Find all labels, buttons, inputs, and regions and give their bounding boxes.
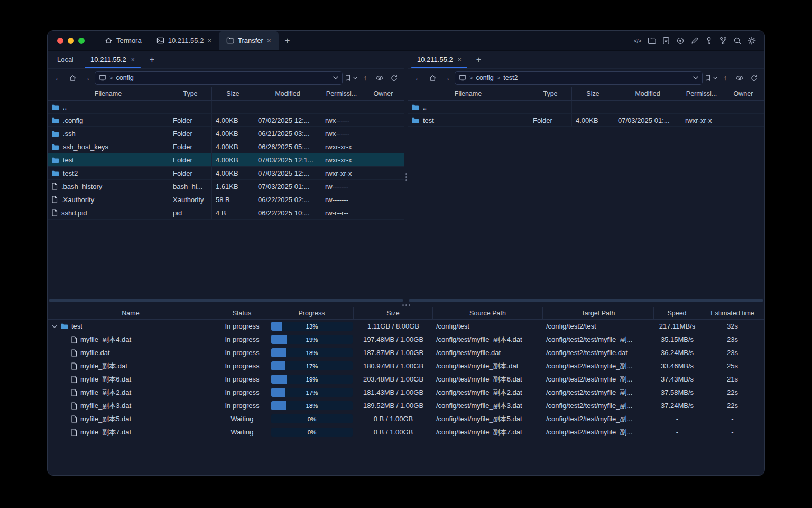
show-hidden-button[interactable] (733, 71, 746, 84)
tab-remote-host[interactable]: 10.211.55.2 × (82, 51, 143, 68)
bookmark-button[interactable] (704, 71, 717, 84)
file-row[interactable]: sshd.pid pid 4 B 06/22/2025 10:... rw-r-… (48, 206, 404, 220)
column-header-filename[interactable]: Filename (48, 87, 169, 100)
file-row[interactable]: test2 Folder 4.00KB 07/03/2025 12:... rw… (48, 167, 404, 180)
column-header-name[interactable]: Name (48, 307, 214, 319)
column-header-size[interactable]: Size (572, 87, 614, 100)
path-segment[interactable]: config (116, 74, 133, 81)
forward-button[interactable]: → (440, 71, 453, 84)
new-panel-tab-button[interactable]: + (143, 51, 161, 68)
path-segment[interactable]: test2 (503, 74, 518, 81)
new-window-tab-button[interactable]: + (279, 31, 297, 50)
transfer-row[interactable]: myfile_副本7.dat Waiting 0% 0 B / 1.00GB /… (48, 425, 764, 439)
back-button[interactable]: ← (52, 71, 64, 84)
bookmark-button[interactable] (344, 71, 357, 84)
zoom-window-button[interactable] (78, 38, 85, 44)
folder-icon (51, 104, 59, 111)
transfer-name-cell: myfile_副本6.dat (48, 373, 214, 386)
column-header-owner[interactable]: Owner (362, 87, 404, 100)
column-header-type[interactable]: Type (169, 87, 212, 100)
path-dropdown-button[interactable] (693, 76, 698, 79)
file-row[interactable]: .ssh Folder 4.00KB 06/21/2025 03:... rwx… (48, 127, 404, 140)
column-header-status[interactable]: Status (214, 307, 270, 319)
refresh-button[interactable] (387, 71, 400, 84)
status-cell: In progress (214, 386, 270, 399)
transfer-row[interactable]: myfile_副本2.dat In progress 17% 181.43MB … (48, 386, 764, 399)
tab-host-terminal[interactable]: 10.211.55.2 × (149, 31, 219, 50)
new-panel-tab-button[interactable]: + (470, 51, 487, 68)
close-tab-icon[interactable]: × (458, 57, 462, 63)
notebook-button[interactable] (660, 35, 672, 47)
path-breadcrumb[interactable]: > config (95, 71, 343, 85)
transfer-row[interactable]: myfile_副本4.dat In progress 19% 197.48MB … (48, 333, 764, 346)
file-row[interactable]: ssh_host_keys Folder 4.00KB 06/26/2025 0… (48, 140, 404, 153)
record-button[interactable] (675, 35, 686, 47)
computer-icon (459, 74, 466, 81)
close-window-button[interactable] (57, 38, 63, 44)
file-icon (51, 183, 58, 190)
column-header-size[interactable]: Size (212, 87, 254, 100)
column-header-progress[interactable]: Progress (270, 307, 354, 319)
column-header-modified[interactable]: Modified (254, 87, 321, 100)
file-row[interactable]: .. (48, 101, 404, 114)
transfer-row[interactable]: myfile_副本5.dat Waiting 0% 0 B / 1.00GB /… (48, 412, 764, 425)
home-button[interactable] (426, 71, 439, 84)
column-header-speed[interactable]: Speed (654, 307, 700, 319)
refresh-button[interactable] (748, 71, 760, 84)
path-dropdown-button[interactable] (333, 76, 338, 79)
upload-button[interactable]: ↑ (359, 71, 372, 84)
file-row[interactable]: .. (408, 101, 764, 114)
column-header-type[interactable]: Type (529, 87, 572, 100)
column-header-modified[interactable]: Modified (614, 87, 681, 100)
back-button[interactable]: ← (412, 71, 425, 84)
tab-termora[interactable]: Termora (97, 31, 149, 50)
column-header-source-path[interactable]: Source Path (433, 307, 543, 319)
tab-remote-host[interactable]: 10.211.55.2 × (409, 51, 470, 68)
upload-button[interactable]: ↑ (719, 71, 732, 84)
close-tab-icon[interactable]: × (131, 57, 135, 63)
transfer-row[interactable]: myfile_副本6.dat In progress 19% 203.48MB … (48, 373, 764, 386)
transfer-row[interactable]: myfile_副本3.dat In progress 18% 189.52MB … (48, 399, 764, 412)
column-header-estimated-time[interactable]: Estimated time (700, 307, 764, 319)
search-button[interactable] (732, 35, 743, 47)
horizontal-scrollbar[interactable] (409, 299, 763, 302)
column-header-filename[interactable]: Filename (408, 87, 529, 100)
show-hidden-button[interactable] (373, 71, 386, 84)
file-row[interactable]: .bash_history bash_hi... 1.61KB 07/03/20… (48, 180, 404, 193)
close-tab-icon[interactable]: × (207, 37, 211, 44)
horizontal-scrollbar[interactable] (49, 299, 403, 302)
transfer-splitter[interactable] (48, 303, 764, 307)
path-breadcrumb[interactable]: > config > test2 (455, 71, 703, 85)
column-header-size[interactable]: Size (354, 307, 433, 319)
column-header-target-path[interactable]: Target Path (543, 307, 654, 319)
status-cell: Waiting (214, 425, 270, 439)
file-row[interactable]: test Folder 4.00KB 07/03/2025 01:... rwx… (408, 114, 764, 127)
transfer-row[interactable]: myfile_副本.dat In progress 17% 180.97MB /… (48, 359, 764, 373)
transfer-row[interactable]: test In progress 13% 1.11GB / 8.00GB /co… (48, 320, 764, 333)
progress-bar: 19% (271, 375, 353, 384)
key-button[interactable] (703, 35, 715, 47)
tab-transfer[interactable]: Transfer × (219, 31, 279, 50)
forward-button[interactable]: → (80, 71, 93, 84)
home-button[interactable] (66, 71, 79, 84)
code-button[interactable]: </> (632, 35, 643, 47)
file-row-selected[interactable]: test Folder 4.00KB 07/03/2025 12:1... rw… (48, 153, 404, 167)
column-header-permissions[interactable]: Permissi... (321, 87, 362, 100)
edit-button[interactable] (689, 35, 700, 47)
folder-button[interactable] (646, 35, 658, 47)
branch-button[interactable] (717, 35, 729, 47)
file-row[interactable]: .Xauthority Xauthority 58 B 06/22/2025 0… (48, 193, 404, 206)
expand-chevron-icon[interactable] (52, 325, 57, 328)
settings-button[interactable] (746, 35, 758, 47)
tab-local[interactable]: Local (49, 51, 82, 68)
file-row[interactable]: .config Folder 4.00KB 07/02/2025 12:... … (48, 114, 404, 127)
transfer-row[interactable]: myfile.dat In progress 18% 187.87MB / 1.… (48, 346, 764, 359)
path-segment[interactable]: config (476, 74, 493, 81)
settings-icon (748, 37, 756, 45)
bookmark-icon (704, 74, 712, 81)
column-header-permissions[interactable]: Permissi... (681, 87, 722, 100)
minimize-window-button[interactable] (68, 38, 74, 44)
close-tab-icon[interactable]: × (267, 37, 271, 44)
file-icon (71, 349, 77, 357)
column-header-owner[interactable]: Owner (722, 87, 764, 100)
